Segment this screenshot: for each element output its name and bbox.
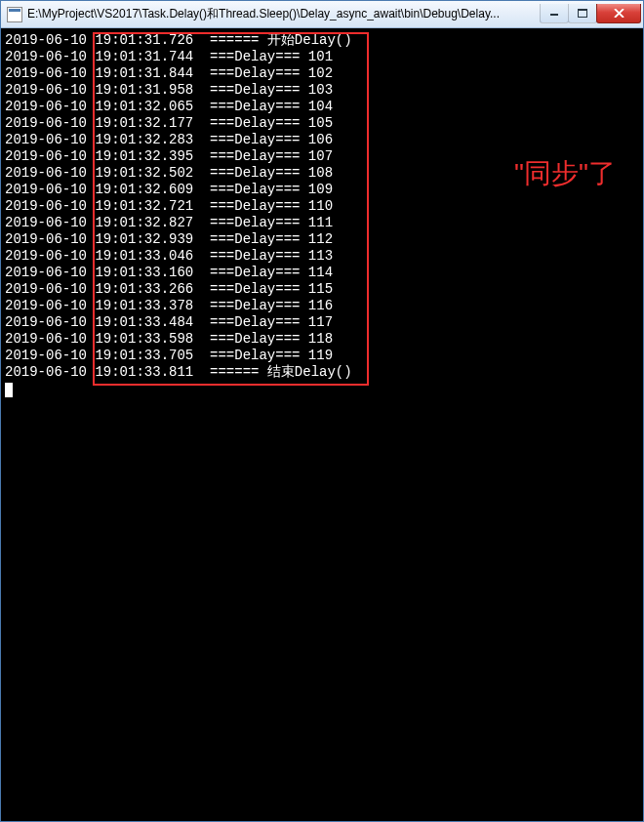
console-output[interactable]: 2019-06-10 19:01:31.726 ====== 开始Delay()… [1, 28, 643, 821]
text-cursor [5, 383, 13, 397]
window-title: E:\MyProject\VS2017\Task.Delay()和Thread.… [27, 6, 541, 22]
svg-rect-2 [578, 9, 587, 11]
close-button[interactable] [596, 4, 641, 23]
window-controls [541, 4, 641, 23]
console-text: 2019-06-10 19:01:31.726 ====== 开始Delay()… [5, 32, 639, 381]
close-icon [614, 9, 624, 18]
console-window: E:\MyProject\VS2017\Task.Delay()和Thread.… [0, 0, 644, 822]
maximize-button[interactable] [568, 4, 597, 23]
app-icon [7, 7, 22, 22]
titlebar[interactable]: E:\MyProject\VS2017\Task.Delay()和Thread.… [1, 1, 643, 28]
maximize-icon [578, 9, 587, 18]
svg-rect-0 [550, 14, 558, 16]
minimize-icon [549, 9, 559, 17]
minimize-button[interactable] [540, 4, 569, 23]
